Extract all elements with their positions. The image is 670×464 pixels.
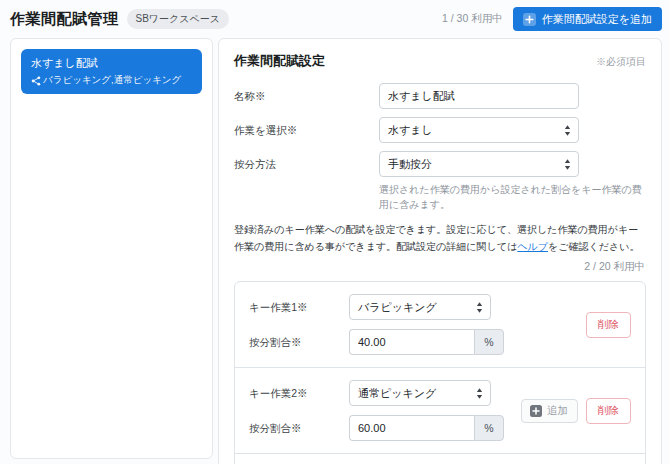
- name-input[interactable]: [379, 83, 579, 109]
- percent-addon: %: [474, 329, 504, 355]
- plus-icon: [530, 405, 542, 417]
- remainder-section: 余りの配賦先※ バラピッキング: [235, 454, 645, 464]
- key-work-1-fields: キー作業1※ バラピッキング 按分割合※ %: [249, 294, 504, 355]
- key-work-1-select[interactable]: バラピッキング: [349, 294, 491, 320]
- work-select[interactable]: 水すまし: [379, 117, 579, 143]
- name-row: 名称※: [234, 83, 646, 109]
- select-arrows-icon: [476, 387, 483, 400]
- ratio-1-row: 按分割合※ %: [249, 329, 504, 355]
- key-work-1-label: キー作業1※: [249, 294, 349, 315]
- method-select-value: 手動按分: [388, 157, 432, 172]
- key-work-2-label: キー作業2※: [249, 380, 349, 401]
- usage-counter: 1 / 30 利用中: [442, 12, 503, 26]
- select-arrows-icon: [476, 301, 483, 314]
- top-header: 作業間配賦管理 SBワークスペース 1 / 30 利用中 作業間配賦設定を追加: [0, 0, 670, 38]
- key-works-container: キー作業1※ バラピッキング 按分割合※ %: [234, 281, 646, 464]
- ratio-2-input[interactable]: [349, 415, 474, 441]
- panel-header: 作業間配賦設定 ※必須項目: [234, 52, 646, 70]
- delete-key-work-1-button[interactable]: 削除: [586, 312, 631, 338]
- key-work-2-buttons: 追加 削除: [521, 398, 631, 424]
- work-select-label: 作業を選択※: [234, 117, 379, 138]
- name-label: 名称※: [234, 83, 379, 104]
- method-helper-text: 選択された作業の費用から設定された割合をキー作業の費用に含みます。: [379, 182, 651, 212]
- key-work-2-section: キー作業2※ 通常ピッキング 按分割合※ %: [235, 368, 645, 454]
- key-work-1-row: キー作業1※ バラピッキング: [249, 294, 504, 320]
- description-text-after: をご確認ください。: [548, 241, 639, 252]
- plus-icon: [523, 13, 536, 26]
- allocation-settings-panel: 作業間配賦設定 ※必須項目 名称※ 作業を選択※ 水すまし 按分方法 手動按分 …: [218, 38, 662, 464]
- keywork-usage-counter: 2 / 20 利用中: [234, 260, 645, 274]
- ratio-2-row: 按分割合※ %: [249, 415, 504, 441]
- panel-title: 作業間配賦設定: [234, 52, 325, 70]
- delete-key-work-2-button[interactable]: 削除: [586, 398, 631, 424]
- allocation-description: 登録済みのキー作業への配賦を設定できます。設定に応じて、選択した作業の費用がキー…: [234, 222, 646, 255]
- key-work-1-buttons: 削除: [586, 312, 631, 338]
- key-work-2-fields: キー作業2※ 通常ピッキング 按分割合※ %: [249, 380, 504, 441]
- add-allocation-button[interactable]: 作業間配賦設定を追加: [513, 7, 662, 31]
- help-link[interactable]: ヘルプ: [517, 241, 548, 252]
- ratio-2-group: %: [349, 415, 504, 441]
- key-work-2-row: キー作業2※ 通常ピッキング: [249, 380, 504, 406]
- sidebar-item-allocation[interactable]: 水すまし配賦 バラピッキング,通常ピッキング: [21, 49, 202, 94]
- required-note: ※必須項目: [596, 55, 646, 69]
- allocation-detail-text: バラピッキング,通常ピッキング: [43, 74, 181, 87]
- method-control: 手動按分 選択された作業の費用から設定された割合をキー作業の費用に含みます。: [379, 151, 651, 212]
- share-merge-icon: [31, 76, 41, 86]
- method-select[interactable]: 手動按分: [379, 151, 579, 177]
- method-row: 按分方法 手動按分 選択された作業の費用から設定された割合をキー作業の費用に含み…: [234, 151, 646, 212]
- method-label: 按分方法: [234, 151, 379, 172]
- work-select-value: 水すまし: [388, 123, 433, 138]
- add-key-work-button[interactable]: 追加: [521, 399, 578, 423]
- workspace-badge: SBワークスペース: [127, 9, 230, 29]
- key-work-2-select[interactable]: 通常ピッキング: [349, 380, 491, 406]
- allocation-list-sidebar: 水すまし配賦 バラピッキング,通常ピッキング: [10, 38, 213, 459]
- add-allocation-button-label: 作業間配賦設定を追加: [542, 12, 652, 27]
- select-arrows-icon: [564, 124, 571, 137]
- ratio-1-input[interactable]: [349, 329, 474, 355]
- allocation-name: 水すまし配賦: [31, 56, 192, 71]
- work-select-row: 作業を選択※ 水すまし: [234, 117, 646, 143]
- page-title: 作業間配賦管理: [10, 10, 119, 29]
- percent-addon: %: [474, 415, 504, 441]
- key-work-1-section: キー作業1※ バラピッキング 按分割合※ %: [235, 282, 645, 368]
- key-work-1-value: バラピッキング: [358, 300, 437, 315]
- ratio-2-label: 按分割合※: [249, 415, 349, 436]
- ratio-1-group: %: [349, 329, 504, 355]
- key-work-2-value: 通常ピッキング: [358, 386, 436, 401]
- add-key-work-button-label: 追加: [547, 404, 568, 418]
- ratio-1-label: 按分割合※: [249, 329, 349, 350]
- allocation-detail: バラピッキング,通常ピッキング: [31, 74, 192, 87]
- header-actions: 1 / 30 利用中 作業間配賦設定を追加: [442, 7, 662, 31]
- select-arrows-icon: [564, 158, 571, 171]
